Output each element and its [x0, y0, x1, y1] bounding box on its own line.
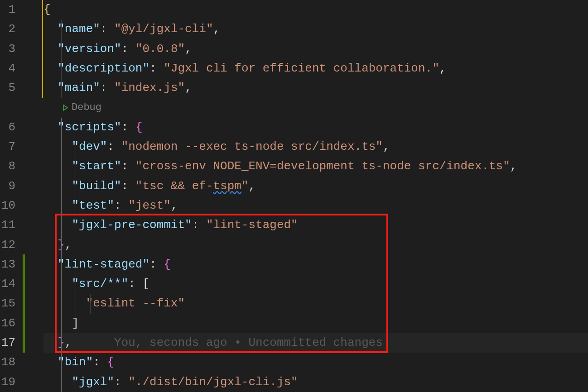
- code-line[interactable]: }, You, seconds ago • Uncommitted change…: [43, 333, 588, 353]
- git-added-marker: [23, 254, 25, 353]
- code-line[interactable]: "eslint --fix": [43, 294, 588, 313]
- code-line[interactable]: "start": "cross-env NODE_ENV=development…: [43, 157, 588, 176]
- line-number: 16: [0, 314, 15, 333]
- line-number: 8: [0, 157, 15, 176]
- line-number: 17: [0, 333, 15, 353]
- code-line[interactable]: "dev": "nodemon --exec ts-node src/index…: [43, 137, 588, 157]
- play-icon: [62, 104, 69, 111]
- code-line[interactable]: "lint-staged": {: [43, 255, 588, 274]
- line-number: 2: [0, 19, 15, 39]
- line-number: 19: [0, 373, 15, 392]
- line-number: 7: [0, 137, 15, 157]
- line-number: 18: [0, 353, 15, 372]
- code-area[interactable]: { "name": "@yl/jgxl-cli", "version": "0.…: [25, 0, 588, 392]
- code-line[interactable]: "jgxl": "./dist/bin/jgxl-cli.js": [43, 373, 588, 392]
- code-line[interactable]: "build": "tsc && ef-tspm",: [43, 177, 588, 196]
- code-line[interactable]: "description": "Jgxl cli for efficient c…: [43, 59, 588, 78]
- code-line[interactable]: "test": "jest",: [43, 196, 588, 215]
- code-line[interactable]: "version": "0.0.8",: [43, 39, 588, 59]
- line-number: 4: [0, 59, 15, 78]
- spell-warning: tspm: [213, 179, 241, 193]
- code-line[interactable]: "main": "index.js",: [43, 78, 588, 98]
- line-number: 11: [0, 215, 15, 235]
- line-number: 9: [0, 177, 15, 196]
- debug-codelens[interactable]: Debug: [43, 98, 588, 117]
- code-line[interactable]: "name": "@yl/jgxl-cli",: [43, 19, 588, 39]
- line-number: 10: [0, 196, 15, 215]
- line-number: 5: [0, 78, 15, 98]
- code-editor[interactable]: 1 2 3 4 5 6 7 8 9 10 11 12 13 14 15 16 1…: [0, 0, 588, 392]
- line-number: 1: [0, 0, 15, 19]
- git-blame-annotation: You, seconds ago • Uncommitted changes: [114, 336, 383, 349]
- line-number: 3: [0, 39, 15, 59]
- code-line[interactable]: },: [43, 235, 588, 255]
- line-number: 12: [0, 235, 15, 255]
- line-number: 15: [0, 294, 15, 313]
- code-line[interactable]: ]: [43, 314, 588, 333]
- line-number: 6: [0, 118, 15, 137]
- line-number: 14: [0, 274, 15, 294]
- line-number-gutter: 1 2 3 4 5 6 7 8 9 10 11 12 13 14 15 16 1…: [0, 0, 25, 392]
- code-line[interactable]: "src/**": [: [43, 274, 588, 294]
- line-number: 13: [0, 255, 15, 274]
- code-line[interactable]: {: [43, 0, 588, 19]
- code-line[interactable]: "scripts": {: [43, 118, 588, 137]
- code-line[interactable]: "bin": {: [43, 353, 588, 372]
- code-line[interactable]: "jgxl-pre-commit": "lint-staged": [43, 215, 588, 235]
